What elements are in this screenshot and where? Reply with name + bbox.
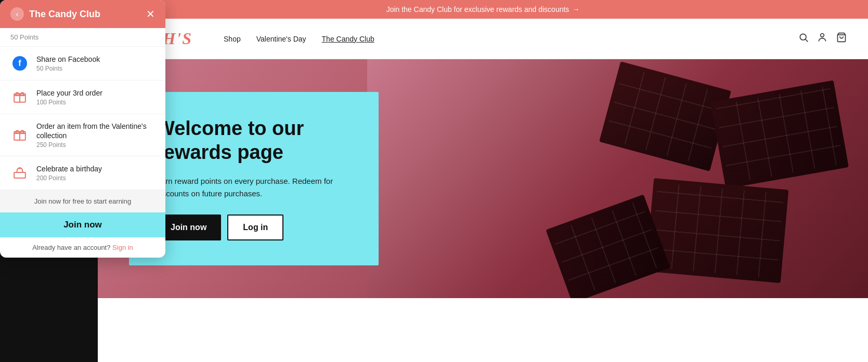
- svg-point-2: [821, 34, 824, 37]
- choc-bar-2: [710, 80, 849, 189]
- account-icon: [817, 32, 827, 43]
- widget-item-third-order-text: Place your 3rd order 100 Points: [36, 88, 155, 106]
- choc-background: [367, 59, 868, 298]
- widget-item-third-order-name: Place your 3rd order: [36, 88, 155, 98]
- cart-button[interactable]: [836, 32, 847, 45]
- widget-item-birthday-name: Celebrate a birthday: [36, 164, 155, 173]
- widget-item-birthday-text: Celebrate a birthday 200 Points: [36, 164, 155, 182]
- widget-signin-prefix: Already have an account?: [32, 244, 110, 251]
- widget-item-facebook-points: 50 Points: [36, 65, 155, 72]
- banner-text: Join the Candy Club for exclusive reward…: [386, 5, 569, 14]
- widget-cta-section: Join now for free to start earning: [0, 190, 165, 212]
- widget-panel: ‹ The Candy Club ✕ 50 Points f Share on …: [0, 0, 165, 258]
- svg-rect-8: [14, 172, 25, 178]
- hero-buttons: Join now Log in: [156, 214, 352, 240]
- widget-item-valentines-points: 250 Points: [36, 141, 155, 149]
- svg-point-0: [800, 34, 806, 40]
- site-icons: [798, 32, 847, 45]
- account-button[interactable]: [817, 32, 827, 45]
- gift-icon-1: [10, 88, 29, 106]
- facebook-icon-wrapper: f: [10, 54, 29, 73]
- widget-item-birthday-points: 200 Points: [36, 175, 155, 182]
- nav-shop[interactable]: Shop: [224, 35, 241, 43]
- widget-item-facebook[interactable]: f Share on Facebook 50 Points: [0, 47, 165, 81]
- site-header: LEIGH'S Shop Valentine's Day The Candy C…: [98, 19, 868, 59]
- choc-bar-1: [599, 61, 731, 171]
- facebook-icon: f: [12, 56, 27, 71]
- widget-title: The Candy Club: [29, 9, 100, 20]
- widget-cta-text: Join now for free to start earning: [10, 197, 155, 205]
- widget-item-valentines-text: Order an item from the Valentine's colle…: [36, 122, 155, 149]
- nav-valentines[interactable]: Valentine's Day: [256, 35, 306, 43]
- gift-svg-1: [13, 90, 27, 104]
- cart-icon: [836, 32, 847, 43]
- welcome-card: Welcome to our rewards page Earn reward …: [129, 92, 379, 265]
- nav-candy-club[interactable]: The Candy Club: [322, 35, 374, 43]
- widget-signin-link[interactable]: Sign in: [112, 244, 133, 251]
- widget-item-facebook-name: Share on Facebook: [36, 55, 155, 64]
- website-wrapper: Join the Candy Club for exclusive reward…: [98, 0, 868, 362]
- svg-line-1: [806, 39, 808, 42]
- widget-signin-row: Already have an account? Sign in: [0, 237, 165, 258]
- gift-icon-2: [10, 126, 29, 144]
- site-nav: Shop Valentine's Day The Candy Club: [224, 35, 798, 43]
- widget-close-button[interactable]: ✕: [146, 9, 155, 19]
- widget-item-facebook-text: Share on Facebook 50 Points: [36, 55, 155, 72]
- widget-header: ‹ The Candy Club ✕: [0, 0, 165, 28]
- gift-svg-2: [13, 128, 27, 142]
- hero-section: Welcome to our rewards page Earn reward …: [98, 59, 868, 298]
- hero-join-button[interactable]: Join now: [156, 214, 221, 240]
- cake-svg: [13, 166, 27, 180]
- hero-title: Welcome to our rewards page: [156, 117, 352, 164]
- widget-body: 50 Points f Share on Facebook 50 Points …: [0, 28, 165, 258]
- widget-back-button[interactable]: ‹: [10, 7, 24, 21]
- search-icon: [798, 32, 809, 43]
- widget-item-valentines[interactable]: Order an item from the Valentine's colle…: [0, 114, 165, 156]
- hero-description: Earn reward points on every purchase. Re…: [156, 175, 352, 200]
- hero-login-button[interactable]: Log in: [227, 214, 283, 240]
- top-banner[interactable]: Join the Candy Club for exclusive reward…: [98, 0, 868, 19]
- widget-join-button[interactable]: Join now: [0, 212, 165, 237]
- widget-header-left: ‹ The Candy Club: [10, 7, 100, 21]
- widget-item-birthday[interactable]: Celebrate a birthday 200 Points: [0, 156, 165, 190]
- widget-points-header: 50 Points: [0, 28, 165, 47]
- widget-item-third-order[interactable]: Place your 3rd order 100 Points: [0, 81, 165, 114]
- banner-arrow: →: [572, 5, 579, 14]
- widget-item-valentines-name: Order an item from the Valentine's colle…: [36, 122, 155, 140]
- search-button[interactable]: [798, 32, 809, 45]
- cake-icon: [10, 164, 29, 182]
- widget-item-third-order-points: 100 Points: [36, 99, 155, 106]
